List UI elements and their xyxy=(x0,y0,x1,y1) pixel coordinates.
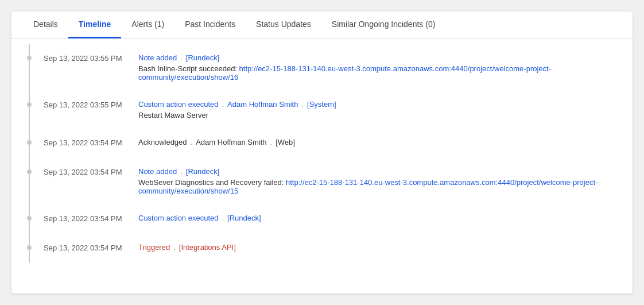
sub-text: Restart Mawa Server xyxy=(138,111,621,119)
actor-link[interactable]: [Rundeck] xyxy=(227,214,261,222)
timeline-item: Sep 13, 2022 03:55 PM Note added . [Rund… xyxy=(29,44,621,91)
dot-separator: . xyxy=(222,214,224,222)
tab-similar-ongoing[interactable]: Similar Ongoing Incidents (0) xyxy=(321,11,446,38)
timeline-time: Sep 13, 2022 03:55 PM xyxy=(44,53,138,63)
dot-separator: . xyxy=(270,138,273,146)
dot-separator: . xyxy=(180,53,183,62)
timeline-content: Note added . [Rundeck] WebSever Diagnost… xyxy=(138,167,621,195)
actor-integrations: [Integrations API] xyxy=(179,243,236,252)
actor-text: Adam Hoffman Smith xyxy=(196,138,266,146)
timeline-content: Note added . [Rundeck] Bash Inline-Scrip… xyxy=(138,53,621,82)
dot-separator: . xyxy=(180,167,183,176)
actor2-link[interactable]: [System] xyxy=(307,100,336,109)
timeline-content: Custom action executed . Adam Hoffman Sm… xyxy=(138,100,621,119)
dot-separator: . xyxy=(173,243,176,252)
tab-status-updates[interactable]: Status Updates xyxy=(246,11,321,38)
timeline-time: Sep 13, 2022 03:55 PM xyxy=(44,100,138,109)
action-link[interactable]: Note added xyxy=(138,53,177,62)
sub-label: Bash Inline-Script succeeded: xyxy=(138,64,237,73)
timeline-item: Sep 13, 2022 03:55 PM Custom action exec… xyxy=(29,91,621,129)
actor2-text: [Web] xyxy=(276,138,295,146)
timeline-time: Sep 13, 2022 03:54 PM xyxy=(44,138,138,147)
actor-link[interactable]: [Rundeck] xyxy=(186,167,220,176)
tab-past-incidents[interactable]: Past Incidents xyxy=(174,11,246,38)
tab-timeline[interactable]: Timeline xyxy=(68,11,122,38)
timeline-section: Sep 13, 2022 03:55 PM Note added . [Rund… xyxy=(11,38,633,275)
incident-card: Details Timeline Alerts (1) Past Inciden… xyxy=(11,11,633,294)
timeline-time: Sep 13, 2022 03:54 PM xyxy=(44,167,138,176)
dot-separator: . xyxy=(191,138,193,146)
timeline-content: Custom action executed . [Rundeck] xyxy=(138,214,621,225)
sub-text: WebSever Diagnostics and Recovery failed… xyxy=(138,178,621,195)
timeline-item: Sep 13, 2022 03:54 PM Note added . [Rund… xyxy=(29,158,621,204)
action-triggered: Triggered xyxy=(138,243,170,252)
timeline-time: Sep 13, 2022 03:54 PM xyxy=(44,243,138,252)
tab-bar: Details Timeline Alerts (1) Past Inciden… xyxy=(11,11,633,38)
timeline-item: Sep 13, 2022 03:54 PM Acknowledged . Ada… xyxy=(29,129,621,158)
action-link[interactable]: Custom action executed xyxy=(138,100,218,109)
action-link[interactable]: Note added xyxy=(138,167,177,176)
tab-details[interactable]: Details xyxy=(23,11,68,38)
tab-alerts[interactable]: Alerts (1) xyxy=(121,11,174,38)
sub-text: Bash Inline-Script succeeded: http://ec2… xyxy=(138,64,621,82)
timeline-time: Sep 13, 2022 03:54 PM xyxy=(44,214,138,223)
timeline-content: Triggered . [Integrations API] xyxy=(138,243,621,254)
sub-label: WebSever Diagnostics and Recovery failed… xyxy=(138,178,284,187)
dot-separator: . xyxy=(222,100,224,109)
action-link[interactable]: Custom action executed xyxy=(138,214,218,222)
actor-link[interactable]: Adam Hoffman Smith xyxy=(227,100,298,109)
actor-link[interactable]: [Rundeck] xyxy=(186,53,220,62)
timeline-item: Sep 13, 2022 03:54 PM Custom action exec… xyxy=(29,204,621,234)
dot-separator: . xyxy=(301,100,304,109)
timeline-item: Sep 13, 2022 03:54 PM Triggered . [Integ… xyxy=(29,234,621,263)
action-text: Acknowledged xyxy=(138,138,187,146)
timeline-content: Acknowledged . Adam Hoffman Smith . [Web… xyxy=(138,138,621,149)
